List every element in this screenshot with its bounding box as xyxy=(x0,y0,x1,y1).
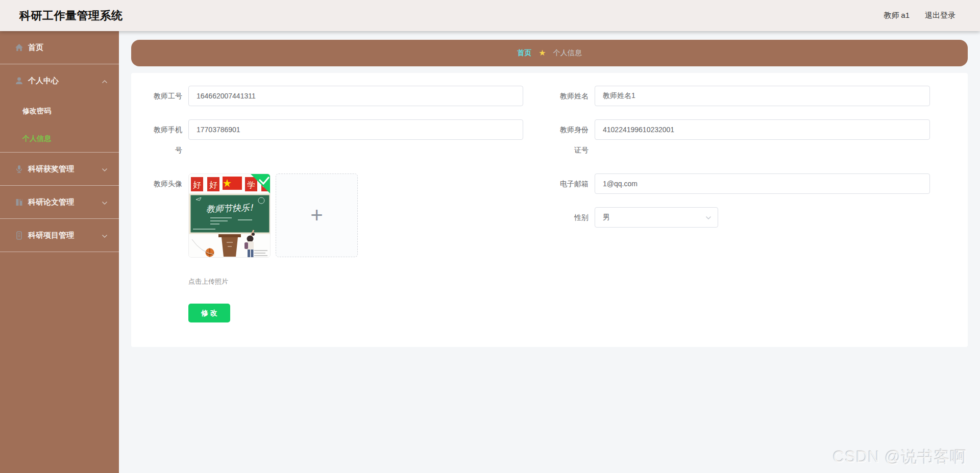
profile-card: 教师工号 教师手机号 教师头像 xyxy=(131,73,968,347)
form-row-email: 电子邮箱 xyxy=(558,173,930,194)
divider xyxy=(0,252,119,252)
sidebar-item-label: 科研获奖管理 xyxy=(28,164,102,174)
teachers-day-illustration: 好 好 学 习 教师节快乐! xyxy=(189,174,271,258)
sidebar-item-label: 科研论文管理 xyxy=(28,197,102,207)
notebook-icon xyxy=(14,197,23,207)
chevron-down-icon xyxy=(102,198,108,207)
sidebar-item-research-papers[interactable]: 科研论文管理 xyxy=(0,186,119,218)
sidebar-item-label: 个人中心 xyxy=(28,76,102,86)
breadcrumb-home[interactable]: 首页 xyxy=(517,48,531,58)
form-row-teacher-no: 教师工号 xyxy=(152,86,523,106)
user-icon xyxy=(14,76,23,85)
teacher-name-label: 教师姓名 xyxy=(558,86,595,106)
teacher-name-input[interactable] xyxy=(595,86,930,106)
profile-form: 教师工号 教师手机号 教师头像 xyxy=(152,86,968,322)
form-row-avatar: 教师头像 xyxy=(152,173,523,258)
teacher-no-input[interactable] xyxy=(188,86,523,106)
form-row-teacher-phone: 教师手机号 xyxy=(152,119,523,160)
sidebar-item-personal-center[interactable]: 个人中心 xyxy=(0,64,119,97)
header-actions: 教师 a1 退出登录 xyxy=(884,11,955,20)
app-title: 科研工作量管理系统 xyxy=(19,8,123,23)
chevron-down-icon xyxy=(102,231,108,240)
avatar-label: 教师头像 xyxy=(152,173,188,258)
gender-select-value: 男 xyxy=(603,213,610,222)
avatar-image[interactable]: 好 好 学 习 教师节快乐! xyxy=(188,173,271,258)
label-spacer xyxy=(152,277,188,286)
sidebar-item-label: 首页 xyxy=(28,43,108,53)
form-row-gender: 性别 男 xyxy=(558,207,930,228)
avatar-upload-box[interactable]: + xyxy=(276,173,358,257)
svg-text:好: 好 xyxy=(193,180,201,190)
teacher-no-label: 教师工号 xyxy=(152,86,188,106)
breadcrumb: 首页 ★ 个人信息 xyxy=(131,40,968,66)
app-header: 科研工作量管理系统 教师 a1 退出登录 xyxy=(0,0,980,31)
sidebar-item-label: 科研项目管理 xyxy=(28,231,102,240)
chevron-up-icon xyxy=(102,77,108,85)
submit-button[interactable]: 修 改 xyxy=(188,304,230,322)
svg-text:教师节快乐!: 教师节快乐! xyxy=(206,202,254,214)
layout: 首页 个人中心 修改密码 个人信息 科研获奖管理 xyxy=(0,31,980,473)
avatar-area: 好 好 学 习 教师节快乐! xyxy=(188,173,358,258)
form-row-teacher-name: 教师姓名 xyxy=(558,86,930,106)
teacher-phone-label: 教师手机号 xyxy=(152,119,188,160)
form-row-upload-hint: 点击上传照片 xyxy=(152,277,523,286)
sidebar-subitem-label: 修改密码 xyxy=(22,107,51,115)
teacher-id-card-label: 教师身份证号 xyxy=(558,119,595,160)
email-label: 电子邮箱 xyxy=(558,173,595,194)
sidebar-item-home[interactable]: 首页 xyxy=(0,31,119,64)
form-row-teacher-id-card: 教师身份证号 xyxy=(558,119,930,160)
form-column-right: 教师姓名 教师身份证号 电子邮箱 性别 男 xyxy=(558,86,930,241)
star-icon: ★ xyxy=(538,49,546,57)
email-input[interactable] xyxy=(595,173,930,194)
upload-photo-link[interactable]: 点击上传照片 xyxy=(188,277,228,286)
sidebar-subitem-label: 个人信息 xyxy=(22,134,51,142)
breadcrumb-current: 个人信息 xyxy=(553,48,582,58)
sidebar-item-research-projects[interactable]: 科研项目管理 xyxy=(0,219,119,252)
label-spacer xyxy=(152,304,188,322)
form-row-submit: 修 改 xyxy=(152,304,523,322)
sidebar: 首页 个人中心 修改密码 个人信息 科研获奖管理 xyxy=(0,31,119,473)
svg-text:学: 学 xyxy=(247,180,255,190)
teacher-id-card-input[interactable] xyxy=(595,119,930,140)
gender-select[interactable]: 男 xyxy=(595,207,718,228)
sidebar-subitem-change-password[interactable]: 修改密码 xyxy=(0,97,119,125)
home-icon xyxy=(14,43,23,52)
device-icon xyxy=(14,231,23,240)
plus-icon: + xyxy=(310,205,323,226)
header-user[interactable]: 教师 a1 xyxy=(884,11,910,20)
svg-text:好: 好 xyxy=(209,180,217,190)
microphone-icon xyxy=(14,164,23,173)
chevron-down-icon xyxy=(102,165,108,173)
sidebar-subitem-personal-info[interactable]: 个人信息 xyxy=(0,125,119,152)
teacher-phone-input[interactable] xyxy=(188,119,523,140)
gender-label: 性别 xyxy=(558,207,595,228)
form-column-left: 教师工号 教师手机号 教师头像 xyxy=(152,86,523,322)
main-content: 首页 ★ 个人信息 教师工号 教师手机号 教师头像 xyxy=(119,31,980,473)
logout-link[interactable]: 退出登录 xyxy=(925,11,955,20)
chevron-down-icon xyxy=(705,213,712,221)
sidebar-item-research-awards[interactable]: 科研获奖管理 xyxy=(0,153,119,185)
